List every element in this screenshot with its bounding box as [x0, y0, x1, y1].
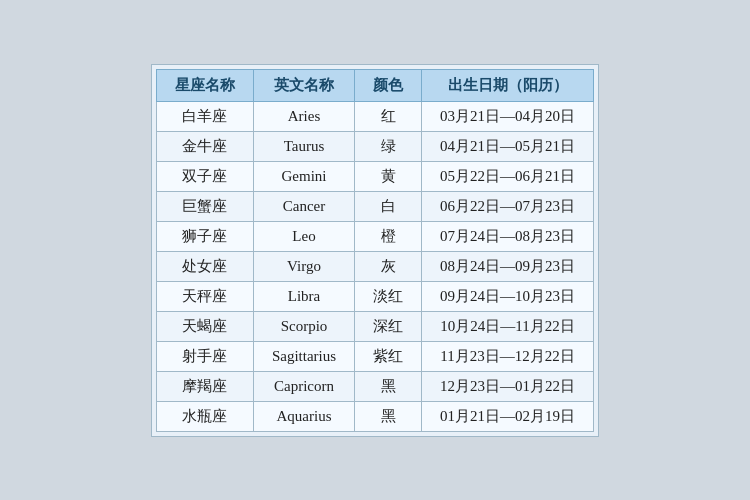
cell-9-1: Capricorn: [253, 371, 354, 401]
cell-8-3: 11月23日—12月22日: [422, 341, 594, 371]
cell-3-3: 06月22日—07月23日: [422, 191, 594, 221]
cell-0-3: 03月21日—04月20日: [422, 101, 594, 131]
cell-10-0: 水瓶座: [156, 401, 253, 431]
table-row: 天蝎座Scorpio深红10月24日—11月22日: [156, 311, 593, 341]
table-row: 双子座Gemini黄05月22日—06月21日: [156, 161, 593, 191]
cell-4-2: 橙: [355, 221, 422, 251]
header-col-0: 星座名称: [156, 69, 253, 101]
header-col-2: 颜色: [355, 69, 422, 101]
table-row: 金牛座Taurus绿04月21日—05月21日: [156, 131, 593, 161]
cell-5-3: 08月24日—09月23日: [422, 251, 594, 281]
zodiac-table-container: 星座名称英文名称颜色出生日期（阳历） 白羊座Aries红03月21日—04月20…: [151, 64, 599, 437]
cell-0-1: Aries: [253, 101, 354, 131]
cell-6-3: 09月24日—10月23日: [422, 281, 594, 311]
table-row: 水瓶座Aquarius黑01月21日—02月19日: [156, 401, 593, 431]
cell-2-1: Gemini: [253, 161, 354, 191]
cell-8-1: Sagittarius: [253, 341, 354, 371]
cell-4-3: 07月24日—08月23日: [422, 221, 594, 251]
cell-2-2: 黄: [355, 161, 422, 191]
cell-8-2: 紫红: [355, 341, 422, 371]
cell-9-2: 黑: [355, 371, 422, 401]
zodiac-table: 星座名称英文名称颜色出生日期（阳历） 白羊座Aries红03月21日—04月20…: [156, 69, 594, 432]
cell-0-2: 红: [355, 101, 422, 131]
table-row: 摩羯座Capricorn黑12月23日—01月22日: [156, 371, 593, 401]
cell-7-2: 深红: [355, 311, 422, 341]
cell-0-0: 白羊座: [156, 101, 253, 131]
cell-10-1: Aquarius: [253, 401, 354, 431]
table-header-row: 星座名称英文名称颜色出生日期（阳历）: [156, 69, 593, 101]
cell-3-2: 白: [355, 191, 422, 221]
table-row: 天秤座Libra淡红09月24日—10月23日: [156, 281, 593, 311]
cell-4-1: Leo: [253, 221, 354, 251]
cell-10-2: 黑: [355, 401, 422, 431]
cell-9-3: 12月23日—01月22日: [422, 371, 594, 401]
cell-7-1: Scorpio: [253, 311, 354, 341]
cell-6-1: Libra: [253, 281, 354, 311]
cell-6-0: 天秤座: [156, 281, 253, 311]
table-row: 射手座Sagittarius紫红11月23日—12月22日: [156, 341, 593, 371]
cell-5-2: 灰: [355, 251, 422, 281]
cell-1-3: 04月21日—05月21日: [422, 131, 594, 161]
header-col-3: 出生日期（阳历）: [422, 69, 594, 101]
cell-5-0: 处女座: [156, 251, 253, 281]
cell-3-1: Cancer: [253, 191, 354, 221]
cell-7-3: 10月24日—11月22日: [422, 311, 594, 341]
cell-9-0: 摩羯座: [156, 371, 253, 401]
table-row: 巨蟹座Cancer白06月22日—07月23日: [156, 191, 593, 221]
cell-1-2: 绿: [355, 131, 422, 161]
cell-3-0: 巨蟹座: [156, 191, 253, 221]
table-row: 狮子座Leo橙07月24日—08月23日: [156, 221, 593, 251]
header-col-1: 英文名称: [253, 69, 354, 101]
cell-2-3: 05月22日—06月21日: [422, 161, 594, 191]
table-row: 处女座Virgo灰08月24日—09月23日: [156, 251, 593, 281]
cell-6-2: 淡红: [355, 281, 422, 311]
cell-1-1: Taurus: [253, 131, 354, 161]
cell-1-0: 金牛座: [156, 131, 253, 161]
table-row: 白羊座Aries红03月21日—04月20日: [156, 101, 593, 131]
cell-5-1: Virgo: [253, 251, 354, 281]
cell-10-3: 01月21日—02月19日: [422, 401, 594, 431]
cell-4-0: 狮子座: [156, 221, 253, 251]
cell-2-0: 双子座: [156, 161, 253, 191]
cell-8-0: 射手座: [156, 341, 253, 371]
cell-7-0: 天蝎座: [156, 311, 253, 341]
